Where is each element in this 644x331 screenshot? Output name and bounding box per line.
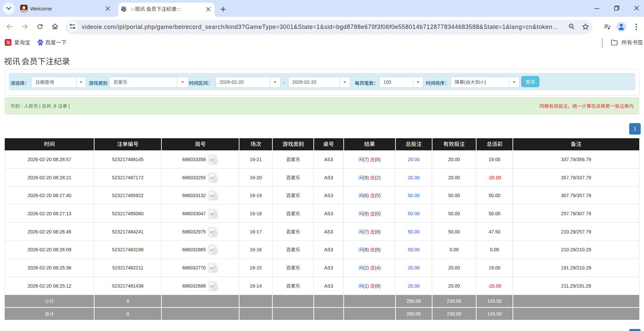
svg-text:du: du <box>39 43 42 45</box>
